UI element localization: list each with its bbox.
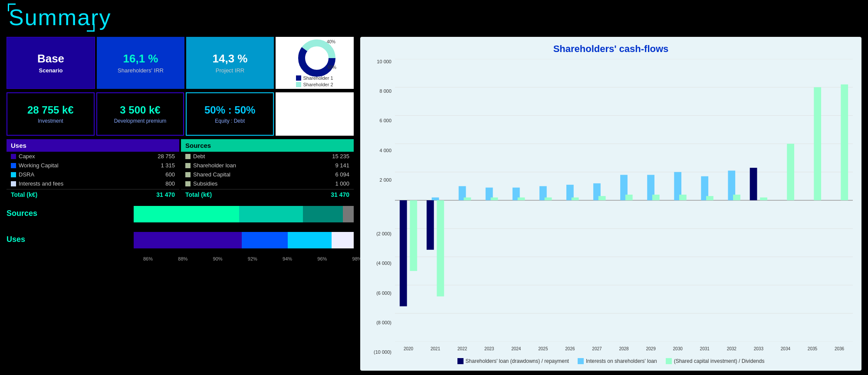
uses-total-value: 31 470	[156, 191, 175, 198]
dev-premium-value: 3 500 k€	[120, 104, 160, 116]
capex-value: 28 755	[158, 153, 175, 160]
donut-spacer	[276, 92, 354, 136]
sources-total: Total (k€) 31 470	[181, 189, 354, 200]
sub-dot	[185, 181, 191, 186]
sources-header: Sources	[181, 139, 354, 152]
uses-total: Total (k€) 31 470	[7, 189, 179, 200]
kpi-row-2: 28 755 k€ Investment 3 500 k€ Developmen…	[7, 92, 354, 136]
shcap-dot	[185, 172, 191, 177]
uses-seg-1	[134, 232, 241, 248]
svg-rect-42	[787, 144, 794, 200]
svg-rect-13	[400, 200, 407, 307]
corner-decoration-tl	[8, 3, 16, 11]
equity-debt-label: Equity : Debt	[215, 118, 245, 124]
uses-bar-section: Uses	[7, 232, 354, 252]
donut-chart	[293, 39, 341, 78]
svg-rect-14	[410, 200, 417, 271]
table-row: Working Capital 1 315	[7, 161, 179, 170]
table-row: Shareholder loan 9 141	[181, 161, 354, 170]
legend-item-light-blue: Interests on shareholders' loan	[578, 358, 657, 364]
svg-rect-37	[706, 196, 713, 200]
sources-bar-section: Sources	[7, 206, 354, 226]
uses-bar-track	[134, 232, 354, 248]
dsra-dot	[11, 172, 16, 177]
left-panel: Base Scenario 16,1 % Shareholders' IRR 1…	[7, 37, 354, 371]
chart-title: Shareholders' cash-flows	[369, 43, 853, 55]
uses-header: Uses	[7, 139, 179, 152]
kpi-row-1: Base Scenario 16,1 % Shareholders' IRR 1…	[7, 37, 354, 89]
wc-value: 1 315	[161, 162, 175, 169]
investment-label: Investment	[38, 118, 63, 124]
irr-project-card: 14,3 % Project IRR	[186, 37, 274, 89]
chart-area: 10 000 8 000 6 000 4 000 2 000 (2 000) (…	[369, 59, 853, 355]
y-axis: 10 000 8 000 6 000 4 000 2 000 (2 000) (…	[369, 59, 395, 355]
irr-project-label: Project IRR	[216, 67, 244, 74]
debt-label: Debt	[193, 153, 205, 160]
dsra-label: DSRA	[19, 171, 34, 178]
pct-40: 40%	[327, 39, 335, 44]
svg-rect-39	[733, 195, 740, 200]
sources-bar-label: Sources	[7, 209, 64, 218]
table-row: Debt 15 235	[181, 152, 354, 161]
legend-label-dark: Shareholders' loan (drawdowns) / repayme…	[466, 358, 569, 364]
bar-chart-svg	[395, 59, 853, 342]
svg-rect-17	[437, 200, 444, 297]
right-panel: Shareholders' cash-flows 10 000 8 000 6 …	[360, 37, 861, 371]
uses-seg-4	[332, 232, 354, 248]
dev-premium-card: 3 500 k€ Development premium	[96, 92, 184, 136]
dev-premium-label: Development premium	[114, 118, 167, 124]
svg-rect-31	[625, 195, 633, 200]
dsra-value: 600	[165, 171, 175, 178]
uses-rows: Capex 28 755 Working Capital 1 315 DSRA …	[7, 152, 179, 188]
svg-rect-16	[432, 197, 439, 200]
sources-rows: Debt 15 235 Shareholder loan 9 141 Share…	[181, 152, 354, 188]
table-row: Interests and fees 800	[7, 179, 179, 188]
table-section: Uses Capex 28 755 Working Capital 1 315	[7, 139, 354, 200]
legend-color-light-blue	[578, 358, 584, 364]
corner-decoration-br	[87, 24, 95, 32]
svg-rect-23	[518, 197, 525, 200]
int-dot	[11, 181, 16, 186]
legend-sh2: Shareholder 2	[296, 82, 333, 87]
irr-shareholders-value: 16,1 %	[123, 52, 158, 65]
sub-value: 1 000	[335, 180, 349, 187]
uses-seg-3	[288, 232, 332, 248]
donut-card: 40% 60% Shareholder 1 Shareholder 2	[276, 37, 354, 89]
uses-bar-label: Uses	[7, 235, 64, 244]
shcap-value: 6 094	[335, 171, 349, 178]
legend-label-light-blue: Interests on shareholders' loan	[586, 358, 657, 364]
legend-label-green: (Shared capital investment) / Dividends	[674, 358, 765, 364]
sources-seg-2	[239, 206, 303, 222]
int-value: 800	[165, 180, 175, 187]
int-label: Interests and fees	[19, 180, 63, 187]
svg-rect-40	[750, 168, 757, 200]
equity-debt-value: 50% : 50%	[204, 104, 255, 116]
uses-table: Uses Capex 28 755 Working Capital 1 315	[7, 139, 179, 200]
uses-total-label: Total (k€)	[11, 191, 37, 198]
sources-total-label: Total (k€)	[185, 191, 212, 198]
svg-rect-35	[679, 195, 687, 200]
svg-rect-25	[545, 197, 552, 200]
sources-seg-1	[134, 206, 239, 222]
capex-label: Capex	[19, 153, 35, 160]
legend-item-dark: Shareholders' loan (drawdowns) / repayme…	[457, 358, 569, 364]
sources-bar-row: Sources	[7, 206, 354, 222]
svg-rect-41	[760, 197, 767, 200]
svg-rect-27	[572, 197, 579, 200]
pct-60: 60%	[328, 65, 336, 70]
shloan-dot	[185, 163, 191, 168]
table-row: Capex 28 755	[7, 152, 179, 161]
table-row: DSRA 600	[7, 170, 179, 179]
x-labels: 2020 2021 2022 2023 2024 2025 2026 2027 …	[395, 342, 853, 355]
legend-color-dark	[457, 358, 464, 364]
table-row: Subsidies 1 000	[181, 179, 354, 188]
scenario-value: Base	[37, 52, 64, 65]
chart-body: 2020 2021 2022 2023 2024 2025 2026 2027 …	[395, 59, 853, 355]
scenario-card: Base Scenario	[7, 37, 95, 89]
svg-rect-15	[427, 200, 434, 250]
sources-seg-4	[343, 206, 354, 222]
irr-shareholders-card: 16,1 % Shareholders' IRR	[97, 37, 184, 89]
chart-legend: Shareholders' loan (drawdowns) / repayme…	[369, 358, 853, 364]
sub-label: Subsidies	[193, 180, 217, 187]
svg-rect-44	[841, 85, 848, 200]
